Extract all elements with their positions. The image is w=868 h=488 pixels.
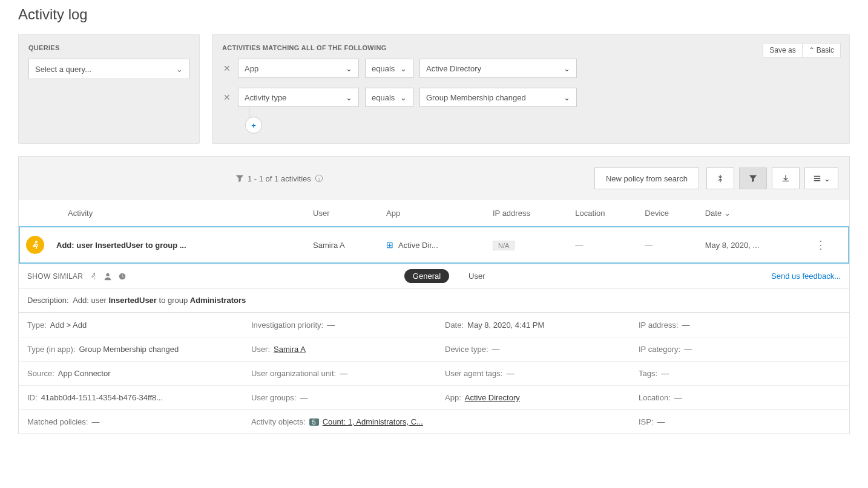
filter-operator-label: equals	[372, 64, 395, 73]
col-app[interactable]: App	[380, 200, 487, 227]
chevron-down-icon: ⌄	[346, 93, 352, 102]
col-ip[interactable]: IP address	[487, 200, 569, 227]
results-table: Activity User App IP address Location De…	[19, 200, 849, 264]
tags-value: —	[661, 369, 669, 378]
col-device[interactable]: Device	[639, 200, 699, 227]
filter-icon	[235, 174, 244, 183]
svg-point-3	[94, 273, 96, 275]
col-date[interactable]: Date ⌄	[699, 200, 809, 227]
investigation-priority-value: —	[327, 320, 335, 330]
user-icon[interactable]	[104, 272, 112, 281]
list-icon	[813, 174, 821, 183]
row-actions-button[interactable]: ⋮	[815, 239, 826, 251]
date-value: May 8, 2020, 4:41 PM	[467, 320, 544, 330]
chevron-down-icon: ⌄	[176, 65, 183, 74]
save-as-button[interactable]: Save as	[763, 43, 802, 57]
col-activity[interactable]: Activity	[19, 200, 307, 227]
cell-date: May 8, 2020, ...	[699, 227, 809, 263]
activity-objects-key: Activity objects:	[251, 417, 306, 426]
tab-general[interactable]: General	[404, 269, 449, 283]
isp-key: ISP:	[639, 417, 654, 426]
running-person-icon	[30, 240, 40, 250]
filter-row: ✕ Activity type ⌄ equals ⌄ Group Members…	[222, 88, 840, 107]
location-key: Location:	[639, 393, 671, 402]
user-groups-value: —	[300, 393, 307, 402]
tab-user[interactable]: User	[460, 269, 493, 283]
download-button[interactable]	[772, 168, 800, 189]
svg-text:i: i	[318, 177, 320, 182]
remove-filter-button[interactable]: ✕	[222, 63, 232, 73]
filter-field-select[interactable]: Activity type ⌄	[238, 88, 359, 107]
description-mid: to group	[157, 296, 190, 305]
page-title: Activity log	[18, 6, 850, 23]
type-value: Add > Add	[50, 320, 87, 330]
svg-point-2	[35, 241, 38, 243]
col-location[interactable]: Location	[569, 200, 639, 227]
filter-operator-label: equals	[372, 93, 395, 102]
description-group: Administrators	[190, 296, 246, 305]
windows-icon: ⊞	[386, 240, 393, 250]
show-similar-label: SHOW SIMILAR	[27, 272, 83, 281]
activity-type-icon	[26, 236, 44, 254]
activity-objects-badge: 5	[309, 418, 319, 426]
add-filter-button[interactable]: +	[245, 117, 262, 134]
filter-value-label: Group Membership changed	[426, 93, 526, 102]
cell-location: —	[575, 241, 583, 250]
queries-panel: QUERIES Select a query... ⌄	[18, 34, 200, 144]
user-link[interactable]: Samira A	[274, 345, 306, 354]
new-policy-button[interactable]: New policy from search	[594, 168, 699, 189]
app-key: App:	[445, 393, 461, 402]
user-ou-value: —	[340, 369, 347, 378]
results-panel: 1 - 1 of 1 activities i New policy from …	[18, 156, 850, 434]
filter-field-label: Activity type	[245, 93, 286, 102]
connector-line	[249, 107, 249, 117]
date-key: Date:	[445, 320, 464, 330]
col-user[interactable]: User	[307, 200, 380, 227]
query-select[interactable]: Select a query... ⌄	[28, 59, 189, 79]
basic-button[interactable]: ⌃Basic	[803, 43, 841, 57]
cell-device: —	[645, 241, 653, 250]
user-ou-key: User organizational unit:	[251, 369, 336, 378]
running-person-icon[interactable]	[89, 272, 97, 281]
filter-field-select[interactable]: App ⌄	[238, 59, 359, 78]
cell-app: Active Dir...	[398, 241, 438, 250]
info-icon[interactable]: i	[315, 174, 323, 183]
queries-heading: QUERIES	[28, 44, 189, 51]
view-options-button[interactable]: ⌄	[804, 168, 838, 189]
filter-operator-select[interactable]: equals ⌄	[365, 59, 413, 78]
user-groups-key: User groups:	[251, 393, 296, 402]
type-in-app-key: Type (in app):	[27, 345, 76, 354]
source-value: App Connector	[58, 369, 111, 378]
filter-toggle-button[interactable]	[739, 168, 767, 189]
chevron-down-icon: ⌄	[564, 93, 570, 102]
filter-value-select[interactable]: Group Membership changed ⌄	[419, 88, 577, 107]
activity-title: Add: user InsertedUser to group ...	[56, 241, 186, 250]
feedback-link[interactable]: Send us feedback...	[771, 272, 841, 281]
collapse-button[interactable]	[706, 168, 734, 189]
source-key: Source:	[27, 369, 54, 378]
basic-label: Basic	[817, 46, 834, 54]
chevron-down-icon: ⌄	[400, 93, 407, 102]
remove-filter-button[interactable]: ✕	[222, 93, 232, 102]
type-in-app-value: Group Membership changed	[79, 345, 179, 354]
clock-icon[interactable]	[118, 272, 127, 281]
funnel-icon	[749, 174, 757, 183]
chevron-down-icon: ⌄	[724, 209, 731, 218]
tags-key: Tags:	[639, 369, 657, 378]
user-agent-tags-key: User agent tags:	[445, 369, 502, 378]
app-link[interactable]: Active Directory	[465, 393, 520, 402]
chevron-down-icon: ⌄	[400, 64, 407, 73]
table-row[interactable]: Add: user InsertedUser to group ... Sami…	[19, 227, 849, 263]
filter-operator-select[interactable]: equals ⌄	[365, 88, 413, 107]
id-key: ID:	[27, 393, 38, 402]
device-type-key: Device type:	[445, 345, 488, 354]
description-row: Description: Add: user InsertedUser to g…	[19, 288, 849, 312]
results-count-text: 1 - 1 of 1 activities	[248, 174, 311, 183]
collapse-icon	[716, 174, 725, 183]
ip-category-key: IP category:	[639, 345, 680, 354]
filter-value-select[interactable]: Active Directory ⌄	[419, 59, 577, 78]
cell-user: Samira A	[307, 227, 380, 263]
plus-icon: +	[251, 121, 256, 130]
activity-objects-link[interactable]: Count: 1, Administrators, C...	[323, 417, 423, 426]
ip-address-key: IP address:	[639, 320, 679, 330]
